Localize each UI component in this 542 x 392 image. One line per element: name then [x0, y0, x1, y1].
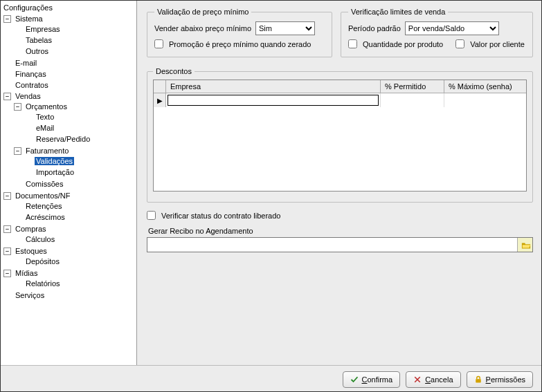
file-field-recibo[interactable] — [147, 237, 533, 252]
tree-node-documentos[interactable]: − Documentos/NF — [1, 191, 136, 200]
tree-node-vendas[interactable]: − Vendas — [1, 91, 136, 101]
tree-node-retencoes[interactable]: Retenções — [1, 201, 136, 211]
tree-node-estoques[interactable]: − Estoques — [1, 246, 136, 256]
grid-descontos[interactable]: Empresa % Permitido % Máximo (senha) ▶ — [153, 80, 527, 192]
legend-validacao-preco: Validação de preço mínimo — [154, 8, 251, 16]
tree-node-comissoes[interactable]: Comissões — [1, 179, 136, 189]
checkbox-valor-cliente[interactable]: Valor por cliente — [455, 39, 525, 48]
tree-node-midias[interactable]: − Mídias — [1, 268, 136, 278]
label-vender-abaixo: Vender abaixo preço mínimo — [154, 24, 251, 32]
sidebar-tree[interactable]: Configurações − Sistema Empresas Tabelas… — [1, 1, 137, 365]
select-vender-abaixo[interactable]: Sim — [255, 21, 315, 35]
grid-body[interactable]: ▶ — [154, 93, 526, 191]
permissoes-button[interactable]: Permissões — [467, 371, 533, 388]
tree-node-compras[interactable]: − Compras — [1, 224, 136, 234]
checkbox-valor-cliente-input[interactable] — [455, 39, 464, 48]
fieldset-limites-venda: Verificação limites de venda Período pad… — [341, 8, 533, 57]
checkbox-promocao-zerado-input[interactable] — [154, 39, 163, 48]
svg-rect-0 — [476, 379, 481, 382]
legend-descontos: Descontos — [153, 67, 195, 75]
label-gerar-recibo: Gerar Recibo no Agendamento — [148, 227, 533, 235]
tree-node-validacoes[interactable]: Validações — [1, 156, 136, 166]
tree-node-financas[interactable]: Finanças — [1, 69, 136, 79]
cancel-icon — [413, 375, 422, 384]
select-periodo-padrao[interactable]: Por venda/Saldo — [405, 21, 499, 35]
folder-open-icon — [521, 241, 530, 249]
lock-icon — [474, 375, 482, 384]
tree-title: Configurações — [1, 2, 136, 13]
collapse-icon[interactable]: − — [14, 103, 21, 111]
tree-node-calculos[interactable]: Cálculos — [1, 234, 136, 244]
collapse-icon[interactable]: − — [3, 93, 11, 100]
tree-node-acrescimos[interactable]: Acréscimos — [1, 212, 136, 222]
tree-node-sistema[interactable]: − Sistema — [1, 14, 136, 24]
cancela-button[interactable]: Cancela — [406, 371, 460, 388]
legend-limites-venda: Verificação limites de venda — [348, 8, 448, 16]
collapse-icon[interactable]: − — [3, 248, 11, 255]
check-icon — [350, 375, 359, 384]
grid-header-permitido[interactable]: % Permitido — [381, 80, 444, 93]
tree-node-faturamento[interactable]: − Faturamento — [1, 146, 136, 156]
table-row[interactable]: ▶ — [154, 93, 526, 107]
checkbox-verificar-contrato-input[interactable] — [147, 211, 156, 220]
collapse-icon[interactable]: − — [14, 147, 21, 155]
row-marker-icon: ▶ — [154, 93, 166, 107]
tree-node-depositos[interactable]: Depósitos — [1, 256, 136, 266]
main-panel: Validação de preço mínimo Vender abaixo … — [137, 1, 541, 365]
tree-node-relatorios[interactable]: Relatórios — [1, 279, 136, 288]
tree-node-outros[interactable]: Outros — [1, 46, 136, 56]
confirma-button[interactable]: Confirma — [343, 371, 401, 388]
open-file-button[interactable] — [517, 238, 532, 252]
grid-header-rowselector — [154, 80, 166, 93]
tree-node-tabelas[interactable]: Tabelas — [1, 35, 136, 45]
tree-node-email[interactable]: E-mail — [1, 58, 136, 68]
checkbox-quantidade-produto-input[interactable] — [348, 39, 357, 48]
fieldset-descontos: Descontos Empresa % Permitido % Máximo (… — [147, 67, 533, 203]
checkbox-promocao-zerado[interactable]: Promoção é preço mínimo quando zerado — [154, 39, 311, 48]
grid-header-empresa[interactable]: Empresa — [166, 80, 381, 93]
tree-node-orcamentos[interactable]: − Orçamentos — [1, 102, 136, 111]
checkbox-quantidade-produto[interactable]: Quantidade por produto — [348, 39, 443, 48]
tree-node-servicos[interactable]: Serviços — [1, 290, 136, 300]
cell-empresa-input[interactable] — [168, 95, 379, 106]
tree-node-texto[interactable]: Texto — [1, 112, 136, 122]
collapse-icon[interactable]: − — [3, 15, 11, 23]
tree-node-importacao[interactable]: Importação — [1, 167, 136, 177]
tree-node-empresas[interactable]: Empresas — [1, 24, 136, 34]
input-recibo-path[interactable] — [147, 238, 517, 252]
checkbox-verificar-contrato[interactable]: Verificar status do contrato liberado — [147, 211, 280, 220]
footer-buttons: Confirma Cancela Permissões — [1, 365, 541, 392]
collapse-icon[interactable]: − — [3, 270, 11, 277]
cell-permitido[interactable] — [381, 93, 444, 107]
label-periodo-padrao: Período padrão — [348, 24, 401, 32]
tree-node-contratos[interactable]: Contratos — [1, 80, 136, 90]
cell-maximo[interactable] — [444, 93, 526, 107]
grid-header: Empresa % Permitido % Máximo (senha) — [154, 80, 526, 93]
collapse-icon[interactable]: − — [3, 192, 11, 200]
collapse-icon[interactable]: − — [3, 225, 11, 233]
tree-node-reserva[interactable]: Reserva/Pedido — [1, 134, 136, 144]
grid-header-maximo[interactable]: % Máximo (senha) — [444, 80, 526, 93]
fieldset-validacao-preco: Validação de preço mínimo Vender abaixo … — [147, 8, 332, 57]
tree-node-email2[interactable]: eMail — [1, 123, 136, 133]
